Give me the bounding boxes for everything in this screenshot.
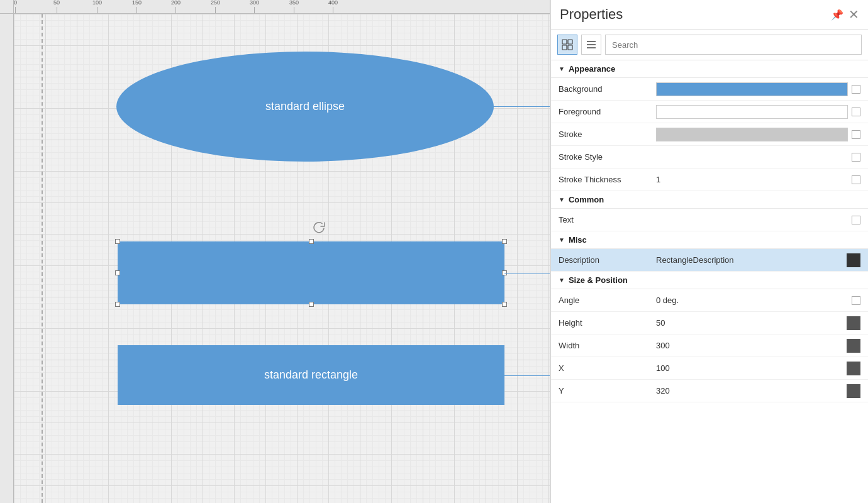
text-row: Text [551, 209, 868, 231]
width-dark-btn[interactable] [847, 339, 860, 353]
width-row: Width 300 [551, 334, 868, 357]
size-position-section-header[interactable]: ▼ Size & Position [551, 272, 868, 289]
background-value [656, 82, 860, 96]
search-input[interactable] [605, 35, 862, 55]
ruler-tick-400: 400 [328, 0, 338, 13]
sections-container: ▼ Appearance Background Foreground Strok… [551, 60, 868, 503]
stroke-row: Stroke [551, 123, 868, 146]
svg-rect-3 [568, 45, 572, 50]
standard-rect-connector [504, 375, 550, 376]
handle-tl[interactable] [115, 239, 120, 244]
ruler-tick-0: 0 [14, 0, 17, 13]
foreground-checkbox[interactable] [852, 108, 860, 116]
handle-br[interactable] [502, 302, 507, 307]
y-value: 320 [656, 384, 860, 398]
ruler-tick-50: 50 [53, 0, 60, 13]
description-value: RectangleDescription [656, 253, 860, 267]
description-row: Description RectangleDescription [551, 249, 868, 272]
handle-bc[interactable] [309, 302, 314, 307]
ruler-tick-250: 250 [211, 0, 220, 13]
rect-label: standard rectangle [264, 368, 358, 382]
stroke-swatch[interactable] [656, 128, 848, 141]
description-value-text: RectangleDescription [656, 255, 843, 265]
appearance-section-header[interactable]: ▼ Appearance [551, 60, 868, 78]
svg-rect-1 [568, 40, 572, 44]
stroke-thickness-value-text: 1 [656, 175, 848, 184]
x-dark-btn[interactable] [847, 362, 860, 375]
handle-mr[interactable] [502, 270, 507, 275]
ruler-tick-350: 350 [289, 0, 299, 13]
angle-value: 0 deg. [656, 296, 860, 305]
ruler-top: 0 50 100 150 200 250 300 350 [0, 0, 550, 14]
close-icon[interactable]: ✕ [849, 7, 859, 22]
canvas-area: 0 50 100 150 200 250 300 350 [0, 0, 550, 503]
y-value-text: 320 [656, 386, 843, 395]
height-label: Height [559, 318, 656, 328]
handle-tr[interactable] [502, 239, 507, 244]
pin-icon[interactable]: 📌 [831, 9, 843, 21]
misc-label: Misc [569, 235, 587, 245]
stroke-thickness-label: Stroke Thickness [559, 175, 656, 184]
x-label: X [559, 363, 656, 373]
stroke-style-checkbox[interactable] [852, 153, 860, 162]
x-row: X 100 [551, 357, 868, 380]
y-label: Y [559, 386, 656, 395]
misc-triangle: ▼ [559, 236, 565, 243]
properties-panel: Properties 📌 ✕ ▼ A [550, 0, 868, 503]
list-view-button[interactable] [581, 35, 601, 55]
height-row: Height 50 [551, 312, 868, 334]
svg-rect-0 [562, 40, 567, 44]
handle-ml[interactable] [115, 270, 120, 275]
stroke-thickness-checkbox[interactable] [852, 175, 860, 184]
stroke-label: Stroke [559, 130, 656, 139]
background-swatch[interactable] [656, 82, 848, 96]
x-value: 100 [656, 362, 860, 375]
appearance-label: Appearance [569, 64, 615, 74]
common-triangle: ▼ [559, 196, 565, 203]
panel-header: Properties 📌 ✕ [551, 0, 868, 30]
size-position-label: Size & Position [569, 275, 628, 285]
width-label: Width [559, 341, 656, 350]
ruler-tick-300: 300 [250, 0, 259, 13]
foreground-row: Foreground [551, 101, 868, 123]
stroke-thickness-value: 1 [656, 175, 860, 184]
rotate-handle[interactable] [311, 220, 327, 236]
description-dark-btn[interactable] [847, 253, 860, 267]
grid-view-button[interactable] [557, 35, 577, 55]
selected-rectangle[interactable] [118, 241, 504, 304]
angle-label: Angle [559, 296, 656, 305]
ruler-left [0, 0, 14, 503]
standard-rectangle[interactable]: standard rectangle [118, 345, 504, 405]
text-checkbox[interactable] [852, 216, 860, 224]
panel-toolbar [551, 30, 868, 60]
ruler-tick-150: 150 [132, 0, 142, 13]
ruler-tick-200: 200 [171, 0, 181, 13]
ellipse-label: standard ellipse [265, 100, 345, 113]
handle-bl[interactable] [115, 302, 120, 307]
stroke-style-label: Stroke Style [559, 152, 656, 162]
stroke-style-value [656, 153, 860, 162]
ellipse-connector-line [494, 106, 550, 107]
common-section-header[interactable]: ▼ Common [551, 191, 868, 209]
foreground-value [656, 105, 860, 119]
canvas-grid: standard ellipse standard recta [14, 14, 550, 503]
selected-rect-connector [504, 274, 550, 274]
text-label: Text [559, 215, 656, 224]
background-checkbox[interactable] [852, 85, 860, 94]
handle-tc[interactable] [309, 239, 314, 244]
ellipse-shape[interactable]: standard ellipse [116, 52, 494, 162]
svg-rect-2 [562, 45, 567, 50]
angle-checkbox[interactable] [852, 296, 860, 305]
panel-header-icons: 📌 ✕ [831, 7, 859, 22]
y-dark-btn[interactable] [847, 384, 860, 398]
background-row: Background [551, 78, 868, 101]
x-value-text: 100 [656, 363, 843, 373]
angle-value-text: 0 deg. [656, 296, 848, 305]
height-dark-btn[interactable] [847, 316, 860, 330]
foreground-swatch[interactable] [656, 105, 848, 119]
stroke-checkbox[interactable] [852, 130, 860, 139]
foreground-label: Foreground [559, 107, 656, 116]
misc-section-header[interactable]: ▼ Misc [551, 231, 868, 249]
description-label: Description [559, 255, 656, 265]
stroke-style-row: Stroke Style [551, 146, 868, 169]
